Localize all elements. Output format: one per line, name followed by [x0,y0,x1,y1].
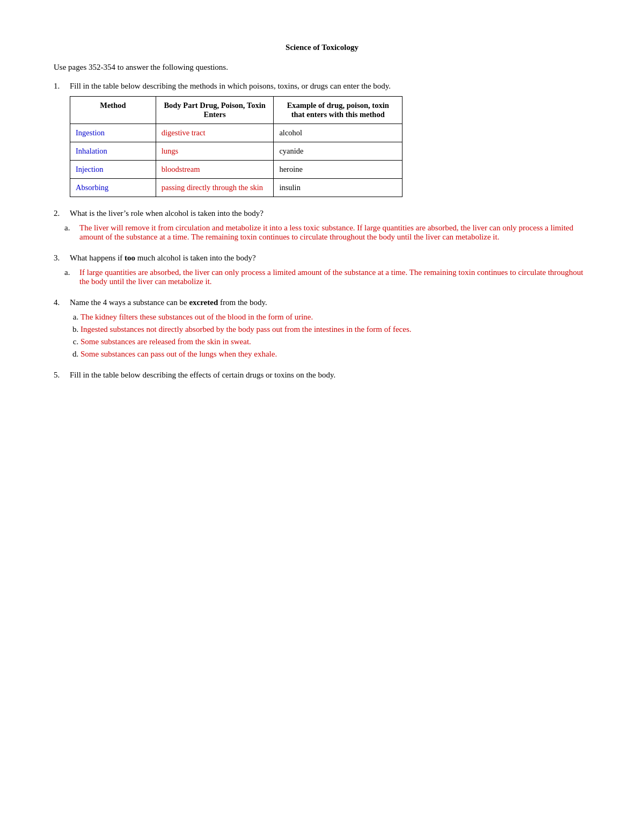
question-1-text: 1. Fill in the table below describing th… [54,82,590,91]
list-item: Some substances can pass out of the lung… [80,350,590,359]
list-item: Ingested substances not directly absorbe… [80,325,590,334]
col-bodypart-header: Body Part Drug, Poison, Toxin Enters [156,97,274,124]
example-injection: heroine [274,161,402,179]
table-row: Injection bloodstream heroine [70,161,402,179]
question-2: 2. What is the liver’s role when alcohol… [54,209,590,242]
q1-label: Fill in the table below describing the m… [70,82,391,91]
bodypart-absorbing: passing directly through the skin [156,179,274,197]
bodypart-inhalation: lungs [156,142,274,161]
answer-3a-text: If large quantities are absorbed, the li… [79,268,590,286]
answer-2a-label: a. [64,223,75,242]
answer-3a-label: a. [64,268,75,286]
example-ingestion: alcohol [274,124,402,142]
q4-label: Name the 4 ways a substance can be excre… [70,298,267,307]
methods-table: Method Body Part Drug, Poison, Toxin Ent… [70,96,402,197]
answer-3a: a. If large quantities are absorbed, the… [64,268,590,286]
question-3-text: 3. What happens if too much alcohol is t… [54,253,590,263]
answer-4d: Some substances can pass out of the lung… [80,350,277,358]
list-item: The kidney filters these substances out … [80,313,590,322]
method-inhalation: Inhalation [70,142,156,161]
q3-num: 3. [54,253,65,263]
answer-4a: The kidney filters these substances out … [80,313,313,321]
example-absorbing: insulin [274,179,402,197]
intro-text: Use pages 352-354 to answer the followin… [54,63,590,72]
question-5: 5. Fill in the table below describing th… [54,371,590,380]
method-ingestion: Ingestion [70,124,156,142]
question-4-text: 4. Name the 4 ways a substance can be ex… [54,298,590,307]
q5-num: 5. [54,371,65,380]
q5-label: Fill in the table below describing the e… [70,371,335,380]
q3-label: What happens if too much alcohol is take… [70,253,256,263]
bodypart-ingestion: digestive tract [156,124,274,142]
answer-2a: a. The liver will remove it from circula… [64,223,590,242]
question-4: 4. Name the 4 ways a substance can be ex… [54,298,590,359]
q2-label: What is the liver’s role when alcohol is… [70,209,264,218]
table-row: Inhalation lungs cyanide [70,142,402,161]
page-title: Science of Toxicology [54,43,590,52]
q4-num: 4. [54,298,65,307]
answer-2a-text: The liver will remove it from circulatio… [79,223,590,242]
answer-4b: Ingested substances not directly absorbe… [80,325,412,333]
method-absorbing: Absorbing [70,179,156,197]
col-example-header: Example of drug, poison, toxin that ente… [274,97,402,124]
q1-num: 1. [54,82,65,91]
q2-num: 2. [54,209,65,218]
bodypart-injection: bloodstream [156,161,274,179]
q4-sub-list: The kidney filters these substances out … [80,313,590,359]
list-item: Some substances are released from the sk… [80,337,590,346]
table-header-row: Method Body Part Drug, Poison, Toxin Ent… [70,97,402,124]
table-wrapper: Method Body Part Drug, Poison, Toxin Ent… [70,96,590,197]
table-row: Ingestion digestive tract alcohol [70,124,402,142]
question-1: 1. Fill in the table below describing th… [54,82,590,197]
method-injection: Injection [70,161,156,179]
example-inhalation: cyanide [274,142,402,161]
question-2-text: 2. What is the liver’s role when alcohol… [54,209,590,218]
table-row: Absorbing passing directly through the s… [70,179,402,197]
answer-4c: Some substances are released from the sk… [80,337,251,346]
question-3: 3. What happens if too much alcohol is t… [54,253,590,286]
question-5-text: 5. Fill in the table below describing th… [54,371,590,380]
col-method-header: Method [70,97,156,124]
